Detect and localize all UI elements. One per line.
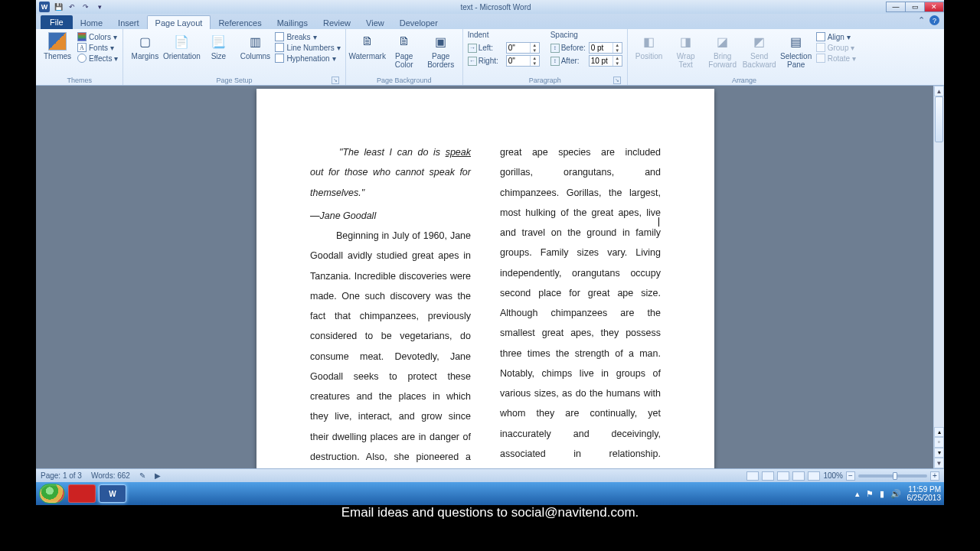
group-themes-label: Themes: [41, 77, 118, 85]
spacing-before-input[interactable]: [590, 44, 612, 52]
position-icon: ◧: [640, 32, 658, 51]
rotate-menu[interactable]: Rotate ▾: [816, 54, 856, 63]
columns-button[interactable]: ▥Columns: [238, 31, 272, 60]
paragraph-launcher[interactable]: ↘: [613, 77, 621, 84]
zoom-percent[interactable]: 100%: [823, 471, 843, 480]
page-indicator[interactable]: Page: 1 of 3: [41, 471, 82, 480]
indent-right-input[interactable]: [507, 57, 530, 65]
ribbon: Themes Colors ▾ AFonts ▾ Effects ▾ Theme…: [36, 29, 944, 86]
spacing-after-spinner[interactable]: ▲▼: [589, 55, 622, 67]
page[interactable]: "The least I can do is speak out for tho…: [256, 89, 714, 468]
effects-icon: [77, 54, 87, 63]
margins-button[interactable]: ▢Margins: [128, 31, 162, 60]
browse-object-button[interactable]: ◦: [934, 437, 944, 447]
print-layout-view[interactable]: [746, 471, 759, 481]
breaks-menu[interactable]: Breaks ▾: [275, 32, 340, 41]
fullscreen-view[interactable]: [762, 471, 774, 481]
tab-insert[interactable]: Insert: [110, 16, 147, 29]
group-icon: [816, 43, 825, 52]
page-setup-launcher[interactable]: ↘: [332, 77, 339, 84]
maximize-button[interactable]: ▭: [905, 2, 925, 12]
outline-view[interactable]: [792, 471, 805, 481]
spacing-heading: Spacing: [550, 31, 622, 39]
title-bar: W 💾 ↶ ↷ ▾ text - Microsoft Word — ▭ ✕: [36, 0, 944, 14]
word-window: W 💾 ↶ ↷ ▾ text - Microsoft Word — ▭ ✕ Fi…: [36, 0, 944, 482]
down-icon[interactable]: ▼: [531, 48, 539, 54]
qat-customize-icon[interactable]: ▾: [94, 2, 105, 12]
effects-menu[interactable]: Effects ▾: [77, 54, 118, 63]
zoom-out-button[interactable]: −: [846, 471, 855, 481]
qat-save-icon[interactable]: 💾: [53, 2, 64, 12]
qat-redo-icon[interactable]: ↷: [80, 2, 91, 12]
scroll-up-button[interactable]: ▲: [934, 86, 944, 96]
colors-menu[interactable]: Colors ▾: [77, 32, 118, 41]
qat-undo-icon[interactable]: ↶: [67, 2, 77, 12]
themes-button[interactable]: Themes: [41, 31, 74, 60]
watermark-button[interactable]: 🗎Watermark: [351, 31, 384, 60]
align-menu[interactable]: Align ▾: [816, 32, 856, 41]
tab-view[interactable]: View: [358, 16, 392, 29]
tab-home[interactable]: Home: [73, 16, 110, 29]
orientation-icon: 📄: [172, 32, 191, 51]
tab-mailings[interactable]: Mailings: [270, 16, 315, 29]
taskbar-word-button[interactable]: W: [99, 484, 126, 503]
next-page-button[interactable]: ▾: [934, 448, 944, 458]
scroll-track[interactable]: [934, 96, 944, 427]
hyphenation-icon: [275, 54, 284, 63]
selection-pane-button[interactable]: ▤Selection Pane: [779, 31, 813, 69]
tab-review[interactable]: Review: [315, 16, 358, 29]
draft-view[interactable]: [808, 471, 820, 481]
spacing-before-spinner[interactable]: ▲▼: [589, 42, 622, 54]
zoom-slider-thumb[interactable]: [893, 472, 897, 480]
indent-left-input[interactable]: [507, 44, 530, 52]
document-area[interactable]: "The least I can do is speak out for tho…: [36, 86, 933, 468]
group-page-setup-label: Page Setup↘: [128, 77, 340, 85]
down-icon[interactable]: ▼: [531, 61, 539, 67]
taskbar-record-button[interactable]: [68, 484, 96, 503]
ribbon-minimize-icon[interactable]: ⌃: [918, 15, 925, 25]
word-count[interactable]: Words: 662: [91, 471, 130, 480]
tray-clock[interactable]: 11:59 PM 6/25/2013: [907, 485, 942, 502]
tray-flag-icon[interactable]: ⚑: [866, 489, 874, 499]
taskbar: W ▴ ⚑ ▮ 🔊 11:59 PM 6/25/2013: [36, 482, 944, 505]
zoom-slider[interactable]: [858, 474, 927, 478]
page-borders-button[interactable]: ▣Page Borders: [424, 31, 458, 69]
tray-show-hidden-icon[interactable]: ▴: [855, 489, 860, 499]
tab-file[interactable]: File: [41, 15, 73, 29]
minimize-button[interactable]: —: [886, 2, 906, 12]
start-button[interactable]: [39, 484, 65, 504]
tab-page-layout[interactable]: Page Layout: [147, 15, 211, 29]
selection-pane-icon: ▤: [787, 32, 805, 51]
close-button[interactable]: ✕: [924, 2, 944, 12]
ribbon-tabs: File Home Insert Page Layout References …: [36, 14, 944, 29]
down-icon[interactable]: ▼: [613, 48, 622, 54]
tab-developer[interactable]: Developer: [392, 16, 446, 29]
orientation-button[interactable]: 📄Orientation: [165, 31, 198, 60]
line-numbers-menu[interactable]: Line Numbers ▾: [275, 43, 340, 52]
macro-icon[interactable]: ▶: [155, 471, 161, 480]
breaks-icon: [275, 32, 284, 41]
scroll-thumb[interactable]: [935, 96, 943, 142]
prev-page-button[interactable]: ▴: [934, 427, 944, 437]
group-menu[interactable]: Group ▾: [816, 43, 856, 52]
align-icon: [816, 32, 825, 41]
zoom-in-button[interactable]: +: [930, 471, 939, 481]
hyphenation-menu[interactable]: Hyphenation ▾: [275, 54, 340, 63]
vertical-scrollbar[interactable]: ▲ ▴ ◦ ▾ ▼: [933, 86, 944, 468]
fonts-menu[interactable]: AFonts ▾: [77, 43, 118, 52]
spacing-after-input[interactable]: [590, 57, 612, 65]
tray-volume-icon[interactable]: 🔊: [890, 489, 901, 499]
help-icon[interactable]: ?: [929, 15, 939, 25]
proofing-icon[interactable]: ✎: [139, 471, 145, 480]
indent-left-spinner[interactable]: ▲▼: [506, 42, 540, 54]
watermark-icon: 🗎: [358, 32, 377, 51]
web-layout-view[interactable]: [777, 471, 789, 481]
themes-icon: [48, 32, 67, 51]
scroll-down-button[interactable]: ▼: [934, 458, 944, 468]
tray-network-icon[interactable]: ▮: [880, 489, 884, 499]
tab-references[interactable]: References: [211, 16, 269, 29]
indent-right-spinner[interactable]: ▲▼: [506, 55, 540, 67]
down-icon[interactable]: ▼: [613, 61, 622, 67]
page-color-button[interactable]: 🗎Page Color: [387, 31, 421, 69]
size-button[interactable]: 📃Size: [201, 31, 235, 60]
